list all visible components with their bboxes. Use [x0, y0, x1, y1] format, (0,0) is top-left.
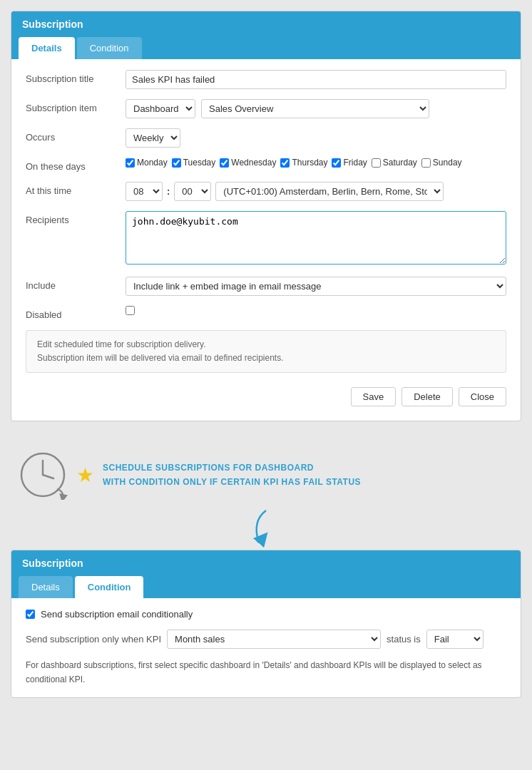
- annotation-text-block: SCHEDULE SUBSCRIPTIONS FOR DASHBOARD WIT…: [103, 461, 361, 490]
- disabled-control: [126, 306, 506, 317]
- star-icon: ★: [76, 463, 94, 487]
- subscription-panel-1: Subscription Details Condition Subscript…: [11, 11, 521, 421]
- svg-line-2: [43, 475, 53, 478]
- day-friday: Friday: [332, 158, 367, 168]
- annotation-line-1: SCHEDULE SUBSCRIPTIONS FOR DASHBOARD: [103, 461, 361, 475]
- label-on-these-days: On these days: [26, 158, 126, 172]
- occurs-select[interactable]: Weekly: [126, 128, 180, 148]
- form-row-title: Subscription title: [26, 70, 506, 89]
- row-kpi: Send subscription only when KPI Month sa…: [26, 630, 506, 649]
- panel-header-1: Subscription: [11, 11, 521, 37]
- time-hour-select[interactable]: 08: [126, 182, 163, 201]
- checkbox-friday[interactable]: [332, 158, 341, 168]
- subscription-item-select-1[interactable]: Dashboard: [126, 99, 195, 118]
- form-row-item: Subscription item Dashboard Sales Overvi…: [26, 99, 506, 118]
- label-send-conditionally: Send subscription email conditionally: [41, 609, 193, 620]
- label-include: Include: [26, 277, 126, 291]
- form-row-days: On these days Monday Tuesday Wednesday T…: [26, 158, 506, 172]
- save-button[interactable]: Save: [351, 387, 397, 406]
- label-at-this-time: At this time: [26, 182, 126, 196]
- day-monday: Monday: [126, 158, 168, 168]
- day-sunday: Sunday: [421, 158, 462, 168]
- label-monday: Monday: [137, 158, 168, 168]
- status-select[interactable]: Fail: [426, 630, 484, 649]
- time-controls: 08 : 00 (UTC+01:00) Amsterdam, Berlin, B…: [126, 182, 506, 201]
- form-row-occurs: Occurs Weekly: [26, 128, 506, 148]
- label-recipients: Recipients: [26, 211, 126, 225]
- row-send-conditionally: Send subscription email conditionally: [26, 609, 506, 620]
- form-row-disabled: Disabled: [26, 306, 506, 320]
- tab-details-1[interactable]: Details: [19, 37, 75, 59]
- panel-header-2: Subscription: [11, 550, 521, 576]
- label-status-is: status is: [387, 634, 421, 645]
- info-box-1: Edit scheduled time for subscription del…: [26, 330, 506, 373]
- panel-tabs-2: Details Condition: [11, 576, 521, 598]
- annotation-line-2: WITH CONDITION ONLY IF CERTAIN KPI HAS F…: [103, 475, 361, 489]
- checkbox-monday[interactable]: [126, 158, 135, 168]
- label-subscription-title: Subscription title: [26, 70, 126, 84]
- tab-condition-2[interactable]: Condition: [75, 576, 144, 598]
- panel-tabs-1: Details Condition: [11, 37, 521, 59]
- label-occurs: Occurs: [26, 128, 126, 143]
- subscription-item-selects: Dashboard Sales Overview: [126, 99, 506, 118]
- days-checkboxes: Monday Tuesday Wednesday Thursday Friday: [126, 158, 506, 168]
- subscription-title-input[interactable]: [126, 70, 506, 89]
- include-select[interactable]: Include link + embed image in email mess…: [126, 277, 506, 296]
- subscription-panel-2: Subscription Details Condition Send subs…: [11, 550, 521, 697]
- recipients-textarea[interactable]: [126, 211, 506, 265]
- time-colon: :: [167, 186, 170, 197]
- close-button[interactable]: Close: [459, 387, 506, 406]
- form-row-include: Include Include link + embed image in em…: [26, 277, 506, 296]
- info-text-line2: Subscription item will be delivered via …: [37, 351, 495, 365]
- delete-button[interactable]: Delete: [401, 387, 453, 406]
- subscription-item-select-2[interactable]: Sales Overview: [201, 99, 429, 118]
- checkbox-disabled[interactable]: [126, 306, 135, 315]
- checkbox-thursday[interactable]: [280, 158, 290, 168]
- input-subscription-title-container: [126, 70, 506, 89]
- label-friday: Friday: [343, 158, 367, 168]
- checkbox-send-conditionally[interactable]: [26, 610, 35, 619]
- label-send-only-when: Send subscription only when KPI: [26, 634, 161, 645]
- panel-body-2: Send subscription email conditionally Se…: [11, 598, 521, 697]
- panel-body-1: Subscription title Subscription item Das…: [11, 59, 521, 421]
- tab-condition-1[interactable]: Condition: [77, 37, 142, 59]
- info-text-line1: Edit scheduled time for subscription del…: [37, 338, 495, 351]
- recipients-control: [126, 211, 506, 267]
- label-wednesday: Wednesday: [231, 158, 276, 168]
- day-tuesday: Tuesday: [172, 158, 216, 168]
- checkbox-tuesday[interactable]: [172, 158, 181, 168]
- checkbox-saturday[interactable]: [372, 158, 381, 168]
- form-row-time: At this time 08 : 00 (UTC+01:00) Amsterd…: [26, 182, 506, 201]
- time-minute-select[interactable]: 00: [174, 182, 211, 201]
- label-sunday: Sunday: [433, 158, 462, 168]
- kpi-info-text: For dashboard subscriptions, first selec…: [26, 659, 506, 686]
- label-disabled: Disabled: [26, 306, 126, 320]
- day-thursday: Thursday: [280, 158, 327, 168]
- checkbox-sunday[interactable]: [421, 158, 431, 168]
- checkbox-wednesday[interactable]: [220, 158, 229, 168]
- kpi-select[interactable]: Month sales: [167, 630, 381, 649]
- label-thursday: Thursday: [292, 158, 327, 168]
- label-subscription-item: Subscription item: [26, 99, 126, 113]
- tab-details-2[interactable]: Details: [19, 576, 73, 598]
- timezone-select[interactable]: (UTC+01:00) Amsterdam, Berlin, Bern, Rom…: [215, 182, 444, 201]
- form-row-recipients: Recipients: [26, 211, 506, 267]
- day-wednesday: Wednesday: [220, 158, 276, 168]
- day-saturday: Saturday: [372, 158, 417, 168]
- label-saturday: Saturday: [383, 158, 417, 168]
- annotation-area: ★ SCHEDULE SUBSCRIPTIONS FOR DASHBOARD W…: [18, 436, 521, 514]
- clock-icon: [18, 450, 68, 500]
- button-row-1: Save Delete Close: [26, 380, 506, 410]
- occurs-control: Weekly: [126, 128, 506, 148]
- label-tuesday: Tuesday: [183, 158, 216, 168]
- include-control: Include link + embed image in email mess…: [126, 277, 506, 296]
